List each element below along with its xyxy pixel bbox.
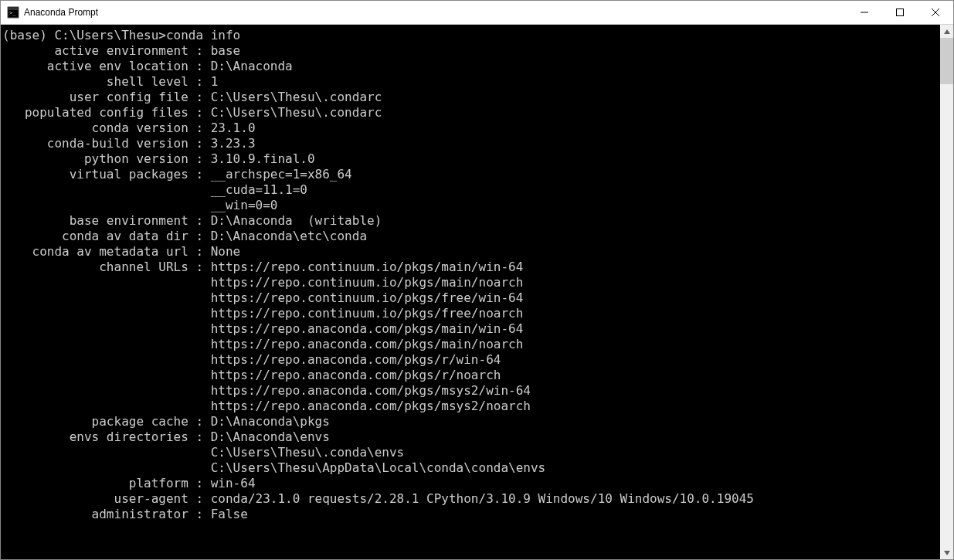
terminal-output[interactable]: (base) C:\Users\Thesu>conda info active … xyxy=(1,25,940,559)
minimize-button[interactable] xyxy=(847,1,882,24)
window-titlebar: >_ Anaconda Prompt xyxy=(1,1,953,25)
output-line: C:\Users\Thesu\AppData\Local\conda\conda… xyxy=(2,460,939,476)
output-line: envs directories : D:\Anaconda\envs xyxy=(2,429,939,445)
output-line: package cache : D:\Anaconda\pkgs xyxy=(2,414,939,429)
output-line: populated config files : C:\Users\Thesu\… xyxy=(2,105,939,120)
output-line: active environment : base xyxy=(2,43,939,59)
output-line: conda version : 23.1.0 xyxy=(2,120,939,136)
output-line: https://repo.continuum.io/pkgs/main/noar… xyxy=(2,275,939,290)
output-line: user-agent : conda/23.1.0 requests/2.28.… xyxy=(2,491,939,507)
output-line: __win=0=0 xyxy=(2,198,939,213)
output-line: https://repo.anaconda.com/pkgs/main/noar… xyxy=(2,337,939,352)
vertical-scrollbar[interactable] xyxy=(940,25,953,559)
output-line: https://repo.anaconda.com/pkgs/r/noarch xyxy=(2,368,939,383)
window-controls xyxy=(847,1,953,24)
output-line: https://repo.anaconda.com/pkgs/main/win-… xyxy=(2,321,939,337)
output-line: https://repo.anaconda.com/pkgs/msys2/win… xyxy=(2,383,939,399)
output-line: base environment : D:\Anaconda (writable… xyxy=(2,213,939,229)
output-line: conda av metadata url : None xyxy=(2,244,939,260)
svg-marker-8 xyxy=(944,551,950,555)
maximize-button[interactable] xyxy=(882,1,918,24)
output-line: https://repo.anaconda.com/pkgs/msys2/noa… xyxy=(2,399,939,414)
output-line: channel URLs : https://repo.continuum.io… xyxy=(2,260,939,275)
prompt-line: (base) C:\Users\Thesu>conda info xyxy=(2,28,939,43)
close-button[interactable] xyxy=(918,1,953,24)
svg-marker-7 xyxy=(944,29,950,34)
output-line: conda av data dir : D:\Anaconda\etc\cond… xyxy=(2,229,939,244)
output-line: platform : win-64 xyxy=(2,476,939,491)
svg-rect-4 xyxy=(897,9,904,16)
output-line: administrator : False xyxy=(2,507,939,522)
output-line: __cuda=11.1=0 xyxy=(2,182,939,198)
output-line: conda-build version : 3.23.3 xyxy=(2,136,939,151)
output-line: shell level : 1 xyxy=(2,74,939,90)
output-line: C:\Users\Thesu\.conda\envs xyxy=(2,445,939,460)
output-line: https://repo.anaconda.com/pkgs/r/win-64 xyxy=(2,352,939,368)
output-line: user config file : C:\Users\Thesu\.conda… xyxy=(2,90,939,105)
window-title: Anaconda Prompt xyxy=(24,7,847,18)
scroll-up-arrow[interactable] xyxy=(940,25,953,38)
scroll-down-arrow[interactable] xyxy=(940,546,953,559)
scroll-thumb[interactable] xyxy=(940,38,953,84)
output-line: https://repo.continuum.io/pkgs/free/noar… xyxy=(2,306,939,321)
output-line: python version : 3.10.9.final.0 xyxy=(2,151,939,167)
app-icon: >_ xyxy=(7,6,19,19)
svg-text:>_: >_ xyxy=(9,10,16,16)
output-line: virtual packages : __archspec=1=x86_64 xyxy=(2,167,939,182)
output-line: https://repo.continuum.io/pkgs/free/win-… xyxy=(2,290,939,306)
output-line: active env location : D:\Anaconda xyxy=(2,59,939,74)
